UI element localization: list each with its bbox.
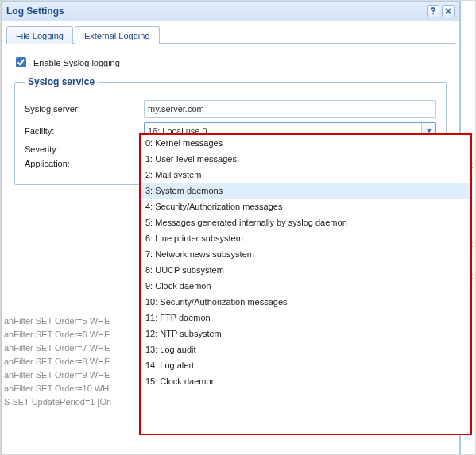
facility-option[interactable]: 1: User-level messages: [141, 151, 470, 167]
facility-option[interactable]: 4: Security/Authorization messages: [141, 199, 470, 214]
enable-syslog-checkbox[interactable]: [16, 57, 26, 67]
background-log-text: anFilter SET Order=5 WHE anFilter SET Or…: [1, 314, 475, 454]
help-button[interactable]: [427, 5, 439, 17]
facility-label: Facility:: [25, 126, 136, 136]
tab-label: External Logging: [84, 31, 150, 40]
facility-option[interactable]: 8: UUCP subsystem: [141, 262, 470, 278]
tabs-bar: File Logging External Logging: [1, 21, 460, 44]
facility-option[interactable]: 9: Clock daemon: [141, 278, 470, 294]
facility-option[interactable]: 0: Kernel messages: [141, 135, 470, 151]
tab-label: File Logging: [16, 31, 64, 40]
facility-option[interactable]: 6: Line printer subsystem: [141, 230, 470, 246]
enable-syslog-label[interactable]: Enable Syslog logging: [33, 58, 120, 67]
svg-point-0: [432, 13, 434, 15]
tab-file-logging[interactable]: File Logging: [6, 26, 73, 44]
help-icon: [429, 7, 437, 15]
capture-region: t t t t Log Settings File Logging Extern…: [0, 0, 476, 455]
facility-option[interactable]: 10: Security/Authorization messages: [141, 294, 470, 310]
server-label: Syslog server:: [25, 104, 136, 114]
facility-option[interactable]: 3: System daemons: [141, 183, 470, 199]
window-title: Log Settings: [6, 6, 64, 17]
window-titlebar[interactable]: Log Settings: [1, 1, 460, 21]
severity-label: Severity:: [25, 145, 136, 154]
tab-external-logging[interactable]: External Logging: [75, 26, 160, 44]
close-button[interactable]: [442, 5, 455, 17]
facility-option[interactable]: 2: Mail system: [141, 167, 470, 183]
application-label: Application:: [25, 159, 136, 168]
facility-option[interactable]: 7: Network news subsystem: [141, 246, 470, 262]
close-icon: [444, 7, 452, 15]
group-legend: Syslog service: [25, 76, 98, 87]
syslog-server-input[interactable]: [144, 100, 436, 118]
facility-option[interactable]: 5: Messages generated internally by sysl…: [141, 214, 470, 230]
